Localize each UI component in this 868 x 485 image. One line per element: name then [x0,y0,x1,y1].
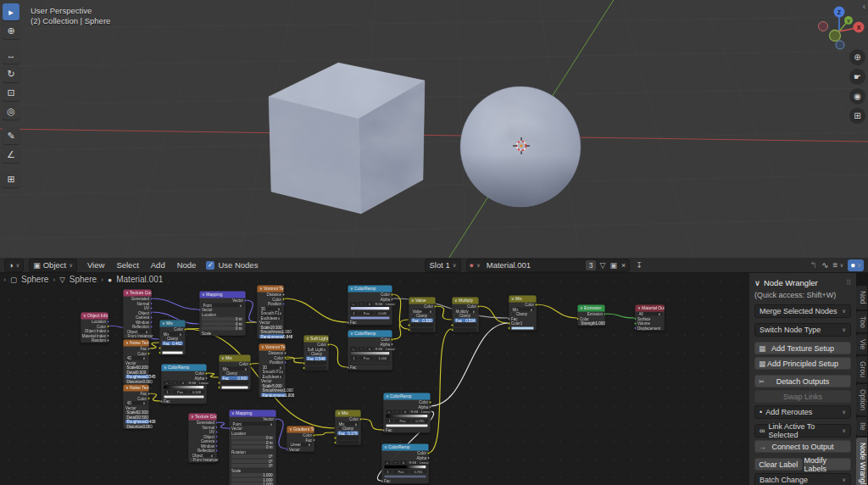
node-socket[interactable] [634,317,637,320]
node-dropdown[interactable]: Soft Light∨ [306,348,327,352]
node-socket[interactable] [215,444,218,447]
stop-pos-value[interactable]: 0.705 [410,470,426,474]
node-dropdown[interactable]: Value∨ [411,309,433,314]
node-title[interactable]: ∨ ColorRamp [348,331,392,337]
node-socket[interactable] [249,363,252,365]
node-title[interactable]: ∨ Mapping [200,292,246,298]
node-socket[interactable] [150,321,153,323]
button-detach-outputs[interactable]: ✂Detach Outputs [754,375,851,387]
node-row[interactable]: Randomness1.000 [259,393,286,398]
checkbox-icon[interactable] [221,371,225,376]
ramp-tool-button[interactable]: ∨ [400,460,407,465]
node-socket[interactable] [313,438,315,441]
camera-view-icon[interactable]: ◉ [849,88,865,104]
annotate-icon[interactable]: ✎ [3,127,19,144]
dropdown-batch-change[interactable]: Batch Change∨ [754,473,851,485]
dropdown-switch-node-type[interactable]: Switch Node Type∨ [754,323,851,337]
ramp-tool-button[interactable]: − [394,410,401,414]
node-texcoord2[interactable]: ∨ Texture CoordinateGeneratedNormalUVObj… [188,413,217,463]
node-socket[interactable] [107,321,109,323]
breadcrumb-item[interactable]: Sphere [70,275,97,284]
node-value-field[interactable]: 0° [231,464,274,468]
node-socket[interactable] [284,361,287,364]
node-slider[interactable]: Distortion0.000 [125,425,149,429]
stop-pos-value[interactable]: 0.795 [412,419,428,423]
node-socket[interactable] [228,427,231,430]
node-socket[interactable] [535,304,537,306]
node-socket[interactable] [359,418,362,421]
node-socket[interactable] [576,317,579,320]
color-swatch[interactable] [350,361,390,365]
3d-viewport[interactable]: Z Y X User Perspective (2) Collection | … [0,0,868,258]
node-matoutput[interactable]: ∨ Material OutputAll∨SurfaceVolumeDispla… [635,304,665,331]
node-mix4[interactable]: ∨ MixColorMix∨ClampFac0.179 [335,410,361,445]
color-swatch[interactable] [221,386,248,389]
node-slider[interactable]: Scale5.000 [261,384,283,388]
node-colorramp2[interactable]: ∨ ColorRampColorAlpha+−∨RGBLinear1Pos1.0… [348,330,392,371]
node-dropdown[interactable]: All∨ [637,312,662,316]
node-socket[interactable] [508,317,510,320]
move-icon[interactable]: ↔ [3,47,19,64]
node-dropdown[interactable]: Linear∨ [289,443,312,447]
node-dropdown[interactable]: 4D∨ [125,401,147,405]
node-slider[interactable]: Smoothness1.000 [261,388,286,393]
node-row[interactable]: Distortion0.000 [124,424,149,429]
node-colorramp1[interactable]: ∨ ColorRampColorAlpha+−∨RGBLinear1Pos0.0… [348,285,392,326]
ramp-mode-dropdown[interactable]: Linear [420,410,431,414]
node-socket[interactable] [159,347,161,349]
color-swatch[interactable] [337,441,359,444]
material-icon[interactable]: ● [470,261,474,270]
node-socket[interactable] [508,322,510,325]
ramp-tool-button[interactable]: + [164,381,170,385]
node-row[interactable]: 1.000 [230,482,276,485]
node-row[interactable] [304,365,329,371]
ramp-tool-button[interactable]: − [359,347,365,351]
node-value-field[interactable]: 0 m [202,322,243,326]
measure-icon[interactable]: ∠ [3,146,19,163]
node-slider[interactable]: Fac0.900 [221,376,248,381]
checkbox-icon[interactable] [454,314,459,318]
node-value-field[interactable]: 0 m [231,436,274,440]
node-socket[interactable] [147,397,150,399]
menu-select[interactable]: Select [111,258,143,273]
node-value-field[interactable]: 0 m [231,441,274,445]
cursor-icon[interactable]: ⊕ [3,22,19,39]
scale-icon[interactable]: ⊡ [3,84,19,101]
node-title[interactable]: ∨ Value [409,298,436,304]
node-dropdown[interactable]: Smooth F1∨ [261,370,285,374]
node-noise2[interactable]: ∨ Noise TextureFacColor4D∨VectorScale62.… [123,384,149,429]
node-socket[interactable] [408,328,410,331]
node-canvas[interactable]: ∨ Texture CoordinateGeneratedNormalUVObj… [0,273,868,485]
color-swatch[interactable] [306,361,326,365]
node-dropdown[interactable]: Mix∨ [162,332,183,337]
add-cube-icon[interactable]: ⊞ [3,170,19,187]
editor-type-select[interactable]: ◑ ∨ [4,259,24,272]
node-socket[interactable] [150,316,153,319]
ramp-mode-dropdown[interactable]: Linear [385,347,396,351]
node-slider[interactable]: Roughness0.408 [125,420,149,424]
node-mapping1[interactable]: ∨ MappingVectorPoint∨VectorLocation0 m0 … [199,291,246,336]
node-slider[interactable]: Fac0.179 [337,432,359,436]
node-slider[interactable]: Scale60.200 [125,365,149,370]
node-socket[interactable] [634,326,637,329]
node-slider[interactable]: Roughness0.545 [125,375,149,379]
node-voronoi1[interactable]: ∨ Voronoi TextureDistanceColorPosition3D… [257,285,284,339]
gizmo-minus-y-axis[interactable] [830,31,841,42]
checkbox-icon[interactable] [337,426,342,431]
color-swatch[interactable] [411,323,433,326]
node-dropdown[interactable]: 3D∨ [261,365,283,370]
node-title[interactable]: ∨ Emission [578,305,605,312]
unlink-icon[interactable]: × [620,261,626,270]
material-slot-select[interactable]: Slot 1 ∨ [425,259,460,272]
breadcrumb-item[interactable]: Sphere [21,275,48,284]
color-swatch[interactable] [386,424,428,427]
node-title[interactable]: ∨ Multiply [453,298,479,304]
node-socket[interactable] [160,400,163,403]
node-value-field[interactable]: 0 m [231,445,274,449]
node-dropdown[interactable]: Point∨ [202,304,243,308]
ramp-tool-button[interactable]: ∨ [366,302,373,306]
node-socket[interactable] [159,351,161,354]
pin-icon[interactable]: ↧ [635,261,643,270]
node-slider[interactable]: Fac0.504 [454,319,476,323]
node-row[interactable] [453,327,479,332]
